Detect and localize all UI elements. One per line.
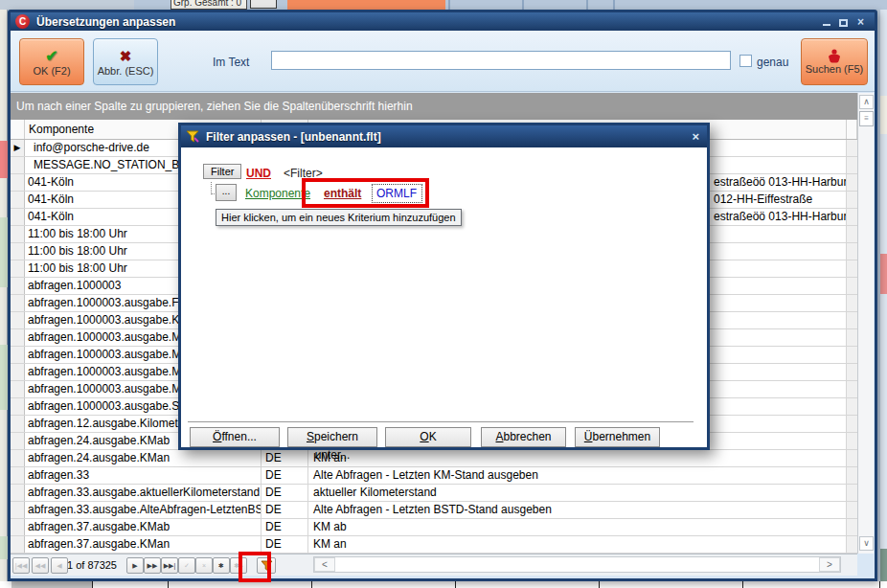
vertical-scrollbar[interactable]: ∧ ≡ ∨ bbox=[857, 93, 874, 554]
cell-komponente: abfragen.33 bbox=[25, 467, 262, 484]
filter-dialog-titlebar: Filter anpassen - [unbenannt.flt] × bbox=[181, 125, 707, 147]
check-icon: ✔ bbox=[45, 48, 57, 65]
background-app-bottom-strip bbox=[0, 581, 887, 588]
background-status-fragment: Grp. Gesamt : 0 bbox=[171, 0, 247, 10]
criterion-more-button[interactable]: ... bbox=[216, 184, 237, 201]
background-divider bbox=[522, 0, 524, 10]
filter-funnel-icon bbox=[261, 560, 273, 572]
row-filler bbox=[847, 260, 857, 277]
background-cell-green bbox=[0, 536, 8, 559]
background-divider bbox=[586, 0, 588, 10]
criterion-field-link[interactable]: Komponente bbox=[245, 187, 310, 200]
ok-button-label: OK (F2) bbox=[33, 65, 70, 77]
nav-prev: ◀ bbox=[51, 557, 68, 574]
background-cell-red bbox=[880, 254, 887, 294]
criterion-value-input[interactable]: ORMLF bbox=[372, 184, 422, 203]
horizontal-scrollbar[interactable]: < > bbox=[313, 556, 841, 573]
dialog-button-speichernunter[interactable]: Speichern unter... bbox=[287, 427, 377, 447]
ok-button[interactable]: ✔ OK (F2) bbox=[19, 38, 84, 85]
filter-operator-link[interactable]: UND bbox=[246, 167, 271, 180]
im-text-input[interactable] bbox=[271, 51, 731, 70]
row-filler bbox=[847, 295, 857, 311]
row-filler bbox=[847, 243, 857, 260]
filter-placeholder[interactable]: <Filter> bbox=[284, 167, 323, 180]
background-app-right-strip bbox=[880, 10, 887, 581]
background-divider bbox=[448, 0, 450, 10]
table-row[interactable]: abfragen.37.ausgabe.KMabDEKM ab bbox=[11, 519, 857, 536]
row-indicator-cell bbox=[11, 209, 25, 225]
group-by-bar: Um nach einer Spalte zu gruppieren, zieh… bbox=[11, 93, 857, 120]
nav-next[interactable]: ▶ bbox=[126, 557, 144, 574]
binoculars-icon bbox=[826, 49, 843, 63]
vertical-scroll-thumb[interactable]: ≡ bbox=[859, 111, 874, 126]
criterion-operator-link[interactable]: enthält bbox=[324, 187, 361, 200]
row-filler bbox=[847, 347, 857, 363]
row-filler bbox=[847, 536, 857, 553]
table-row[interactable]: abfragen.33.ausgabe.AlteAbfragen-Letzten… bbox=[11, 502, 857, 519]
nav-insert[interactable]: ✱ bbox=[213, 557, 230, 574]
background-gridline bbox=[168, 581, 169, 588]
scroll-left-button[interactable]: < bbox=[314, 557, 335, 572]
nav-prev-page: ◀◀ bbox=[32, 557, 49, 574]
row-indicator-cell bbox=[11, 226, 25, 242]
table-row[interactable]: abfragen.33DEAlte Abfragen - Letzten KM-… bbox=[11, 467, 857, 485]
dialog-separator bbox=[188, 421, 694, 423]
cell-komponente: abfragen.33.ausgabe.aktuellerKilometerst… bbox=[25, 485, 262, 501]
scroll-up-button[interactable]: ∧ bbox=[859, 95, 874, 109]
cell-uebersetzung: KM an bbox=[308, 450, 847, 466]
scroll-right-button[interactable]: > bbox=[819, 557, 840, 572]
nav-next-page[interactable]: ▶▶ bbox=[144, 557, 161, 574]
row-indicator-cell bbox=[11, 536, 25, 553]
minimize-button[interactable] bbox=[820, 16, 832, 27]
window-title: Übersetzungen anpassen bbox=[36, 15, 175, 29]
background-corner bbox=[0, 0, 134, 10]
background-button-fragment bbox=[250, 0, 277, 9]
nav-last[interactable]: ▶▶| bbox=[161, 557, 178, 574]
row-filler bbox=[847, 329, 857, 346]
search-button[interactable]: Suchen (F5) bbox=[801, 38, 868, 85]
background-cell-tan bbox=[880, 96, 887, 134]
dialog-button-ffnen[interactable]: Öffnen... bbox=[190, 427, 280, 447]
filter-root-button[interactable]: Filter bbox=[203, 164, 241, 179]
cell-komponente: abfragen.37.ausgabe.KMan bbox=[25, 536, 262, 553]
cell-uebersetzung: aktueller Kilometerstand bbox=[308, 485, 847, 501]
close-button[interactable]: × bbox=[854, 16, 867, 27]
background-divider bbox=[613, 0, 615, 10]
maximize-button[interactable] bbox=[837, 16, 850, 27]
dialog-button-abbrechen[interactable]: Abbrechen bbox=[481, 427, 566, 447]
filter-dialog: Filter anpassen - [unbenannt.flt] × Filt… bbox=[178, 123, 710, 450]
background-gridline bbox=[599, 581, 600, 588]
cell-uebersetzung: Alte Abfragen - Letzten BSTD-Stand ausge… bbox=[308, 502, 847, 518]
row-indicator-cell bbox=[11, 347, 25, 363]
background-gridline bbox=[311, 581, 312, 588]
genau-label: genau bbox=[757, 56, 788, 69]
table-row[interactable]: abfragen.24.ausgabe.KManDEKM an bbox=[11, 450, 857, 467]
genau-checkbox[interactable] bbox=[739, 55, 752, 67]
filter-funnel-pencil-icon bbox=[186, 129, 200, 144]
row-filler bbox=[847, 278, 857, 294]
row-filler bbox=[847, 485, 857, 501]
nav-filter-button[interactable] bbox=[257, 557, 276, 574]
background-app-left-strip bbox=[0, 10, 8, 588]
row-filler bbox=[847, 157, 857, 173]
nav-post: ✓ bbox=[178, 557, 195, 574]
row-filler bbox=[847, 433, 857, 449]
cell-komponente: abfragen.24.ausgabe.KMan bbox=[25, 450, 262, 466]
scroll-down-button[interactable]: ∨ bbox=[859, 536, 874, 551]
row-filler bbox=[847, 192, 857, 208]
dialog-button-ok[interactable]: OK bbox=[385, 427, 471, 447]
row-indicator-cell bbox=[11, 157, 25, 173]
row-indicator-cell bbox=[11, 312, 25, 328]
dialog-button-bernehmen[interactable]: Übernehmen bbox=[575, 427, 660, 447]
table-row[interactable]: abfragen.37.ausgabe.KManDEKM an bbox=[11, 536, 857, 554]
table-row[interactable]: abfragen.33.ausgabe.aktuellerKilometerst… bbox=[11, 485, 857, 502]
background-cell-green bbox=[880, 549, 887, 581]
row-indicator-cell bbox=[11, 416, 25, 432]
row-indicator-cell bbox=[11, 433, 25, 449]
cell-komponente: abfragen.33.ausgabe.AlteAbfragen-Letzten… bbox=[25, 502, 262, 518]
filter-dialog-close-icon[interactable]: × bbox=[692, 129, 699, 144]
row-indicator-cell bbox=[11, 467, 25, 484]
cancel-button[interactable]: ✖ Abbr. (ESC) bbox=[93, 38, 158, 85]
cell-sprache: DE bbox=[262, 450, 308, 466]
row-indicator-cell bbox=[11, 485, 25, 501]
